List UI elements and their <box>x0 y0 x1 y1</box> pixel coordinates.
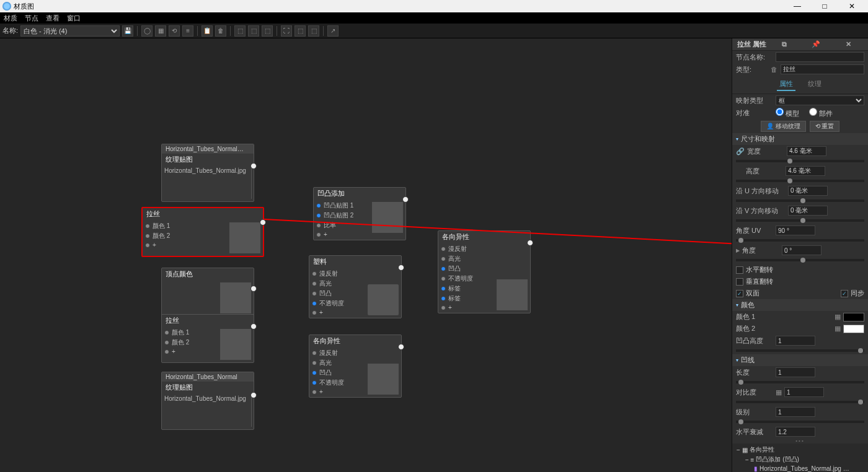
color2-swatch[interactable] <box>843 325 864 333</box>
node-vertex-color[interactable]: 顶点颜色 <box>161 268 254 317</box>
port-add[interactable]: + <box>309 388 365 396</box>
port-add[interactable]: + <box>314 230 370 238</box>
port-bump[interactable]: 凹凸 <box>309 368 365 378</box>
section-line[interactable]: ▾凹线 <box>732 354 868 366</box>
output-port[interactable] <box>398 344 404 350</box>
port-specular[interactable]: 高光 <box>309 358 365 368</box>
tool-11[interactable]: ⬚ <box>308 25 319 37</box>
width-slider[interactable] <box>736 160 864 162</box>
tool-10[interactable]: ⬚ <box>294 25 306 37</box>
move-texture-button[interactable]: 👤 移动纹理 <box>761 121 806 132</box>
angle-input[interactable] <box>782 245 822 255</box>
flip-v-checkbox[interactable] <box>736 278 743 286</box>
close-button[interactable]: ✕ <box>838 2 866 11</box>
node-texture-1[interactable]: Horizontal_Tubes_Normal… 纹理贴图 Horizontal… <box>161 144 254 202</box>
port-specular[interactable]: 高光 <box>438 254 494 264</box>
output-port[interactable] <box>250 286 257 292</box>
trash-icon[interactable]: 🗑 <box>771 66 778 73</box>
tool-9[interactable]: ⛶ <box>281 25 292 37</box>
node-brush-2[interactable]: 拉丝 颜色 1 颜色 2 + <box>161 314 254 363</box>
port-opacity[interactable]: 不透明度 <box>309 299 365 308</box>
port-color1[interactable]: 颜色 1 <box>162 328 218 338</box>
output-port[interactable] <box>260 219 266 225</box>
share-button[interactable]: ↗ <box>327 25 339 37</box>
tool-2[interactable]: ▦ <box>155 25 166 37</box>
bump-height-input[interactable] <box>776 336 815 346</box>
tool-3[interactable]: ⟲ <box>169 25 180 37</box>
node-tree[interactable]: − ▦ 各向异性 − ≡ 凹凸添加 (凹凸) ▮ Horizontal_Tube… <box>732 444 868 472</box>
tree-item[interactable]: 凹凸添加 (凹凸) <box>756 455 799 464</box>
port-specular[interactable]: 高光 <box>309 279 365 289</box>
tool-5[interactable]: 📋 <box>202 25 213 37</box>
length-input[interactable] <box>776 367 815 377</box>
menu-material[interactable]: 材质 <box>4 14 17 23</box>
port-opacity[interactable]: 不透明度 <box>309 378 365 388</box>
port-diffuse[interactable]: 漫反射 <box>309 269 365 279</box>
bump-height-slider[interactable] <box>736 349 864 352</box>
angle-slider[interactable] <box>736 259 864 261</box>
node-name-input[interactable] <box>776 52 864 62</box>
output-port[interactable] <box>250 163 257 169</box>
tool-1[interactable]: ◯ <box>141 25 153 37</box>
color1-map-icon[interactable]: ▦ <box>835 313 841 321</box>
tool-6[interactable]: ⬚ <box>234 25 246 37</box>
contrast-map-icon[interactable]: ▦ <box>776 388 782 396</box>
output-port[interactable] <box>250 392 257 398</box>
node-bump-add[interactable]: 凹凸添加 凹凸贴图 1 凹凸贴图 2 比率 + <box>313 187 406 240</box>
port-opacity[interactable]: 不透明度 <box>438 274 494 284</box>
port-bump2[interactable]: 凹凸贴图 2 <box>314 211 370 221</box>
port-ratio[interactable]: 比率 <box>314 221 370 230</box>
port-diffuse[interactable]: 漫反射 <box>438 244 494 254</box>
output-port[interactable] <box>398 264 404 271</box>
tab-attributes[interactable]: 属性 <box>777 78 795 91</box>
menu-node[interactable]: 节点 <box>25 14 38 23</box>
color2-map-icon[interactable]: ▦ <box>835 325 841 333</box>
shift-v-slider[interactable] <box>736 219 864 222</box>
port-diffuse[interactable]: 漫反射 <box>309 348 365 358</box>
map-type-select[interactable]: 框 <box>776 95 864 105</box>
align-part-radio[interactable]: 部件 <box>809 108 833 118</box>
port-color1[interactable]: 颜色 1 <box>143 221 227 231</box>
close-icon[interactable]: ✕ <box>832 40 864 48</box>
port-add[interactable]: + <box>309 308 365 317</box>
output-port[interactable] <box>527 240 533 246</box>
falloff-input[interactable] <box>776 427 815 437</box>
shift-u-input[interactable] <box>788 186 828 196</box>
node-anisotropic-1[interactable]: 各向异性 漫反射 高光 凹凸 不透明度 标签 标签 + <box>438 230 531 313</box>
port-bump[interactable]: 凹凸 <box>309 289 365 299</box>
save-button[interactable]: 💾 <box>122 25 133 37</box>
two-side-checkbox[interactable]: ✓ <box>736 290 743 297</box>
node-texture-2[interactable]: Horizontal_Tubes_Normal 纹理贴图 Horizontal_… <box>161 372 254 430</box>
level-slider[interactable] <box>736 421 864 423</box>
node-anisotropic-2[interactable]: 各向异性 漫反射 高光 凹凸 不透明度 + <box>309 334 402 398</box>
node-brush-1[interactable]: 拉丝 颜色 1 颜色 2 + <box>141 207 264 257</box>
tree-item[interactable]: Horizontal_Tubes_Normal.jpg … <box>760 465 849 472</box>
port-color2[interactable]: 颜色 2 <box>143 231 227 241</box>
shift-v-input[interactable] <box>788 206 828 216</box>
contrast-slider[interactable] <box>736 401 864 403</box>
contrast-input[interactable] <box>784 387 824 397</box>
minimize-button[interactable]: — <box>784 2 811 11</box>
material-name-select[interactable]: 白色 - 消光 (4) <box>20 25 120 37</box>
output-port[interactable] <box>250 323 257 330</box>
tree-item[interactable]: 各向异性 <box>750 445 774 454</box>
angle-uv-input[interactable] <box>776 225 815 235</box>
color1-swatch[interactable] <box>843 313 864 321</box>
sync-checkbox[interactable]: ✓ <box>841 290 848 297</box>
output-port[interactable] <box>402 196 409 203</box>
menu-window[interactable]: 窗口 <box>67 14 81 23</box>
menu-view[interactable]: 查看 <box>46 14 60 23</box>
port-add[interactable]: + <box>143 241 227 249</box>
tool-7[interactable]: ⬚ <box>248 25 259 37</box>
port-bump[interactable]: 凹凸 <box>438 264 494 274</box>
port-label2[interactable]: 标签 <box>438 294 494 304</box>
angle-uv-slider[interactable] <box>736 239 864 242</box>
dock-icon[interactable]: ⧉ <box>768 40 800 48</box>
height-input[interactable] <box>786 166 825 176</box>
tool-8[interactable]: ⬚ <box>262 25 273 37</box>
port-label1[interactable]: 标签 <box>438 284 494 294</box>
level-input[interactable] <box>776 407 815 417</box>
maximize-button[interactable]: □ <box>811 2 838 11</box>
width-input[interactable] <box>787 146 826 156</box>
port-color2[interactable]: 颜色 2 <box>162 338 218 347</box>
